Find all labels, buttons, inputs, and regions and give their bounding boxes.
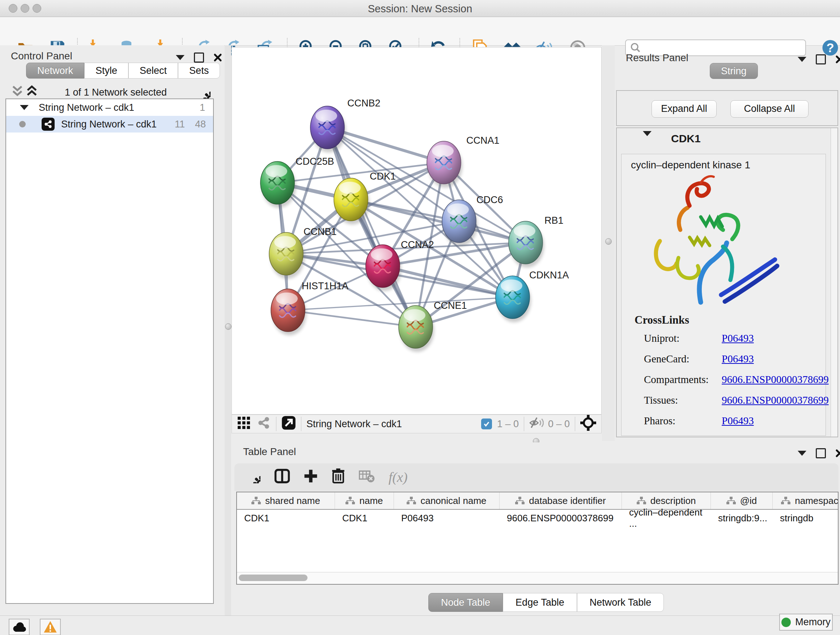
panel-menu-icon[interactable] xyxy=(176,55,185,60)
table-tabs: Node TableEdge TableNetwork Table xyxy=(428,593,664,612)
selected-checkbox-icon[interactable] xyxy=(481,418,492,429)
crosslink-link[interactable]: P06493 xyxy=(722,353,754,365)
panel-menu-icon[interactable] xyxy=(798,451,806,456)
crosslinks-title: CrossLinks xyxy=(635,314,689,326)
left-divider-handle[interactable] xyxy=(225,323,232,330)
tab-edge-table[interactable]: Edge Table xyxy=(503,593,577,612)
table-row[interactable]: CDK1CDK1P064939606.ENSP00000378699cyclin… xyxy=(237,510,838,526)
main-toolbar xyxy=(0,17,840,46)
column-header-namespace[interactable]: namespace xyxy=(773,492,838,509)
grid-view-icon[interactable] xyxy=(238,417,250,432)
expand-all-button[interactable]: Expand All xyxy=(652,100,717,118)
tab-select[interactable]: Select xyxy=(128,63,178,79)
table-cell[interactable]: CDK1 xyxy=(335,510,394,526)
network-name: String Network – cdk1 xyxy=(61,119,156,130)
open-in-window-icon[interactable] xyxy=(281,416,296,432)
results-buttons-box: Expand All Collapse All xyxy=(616,90,838,126)
string-network-graph[interactable]: CCNB2CCNA1CDC25BCDK1CDC6RB1CCNB1CCNA2CDK… xyxy=(232,47,602,415)
warnings-button[interactable] xyxy=(40,619,61,635)
cytoscape-window: Session: New Session Control Panel xyxy=(0,0,840,635)
shared-column-icon xyxy=(407,497,416,505)
node-table: shared namenamecanonical namedatabase id… xyxy=(236,492,838,585)
right-divider-handle[interactable] xyxy=(605,238,612,245)
table-cell[interactable]: CDK1 xyxy=(237,510,335,526)
table-gear-icon[interactable] xyxy=(246,469,261,486)
crosslink-label: Pharos: xyxy=(644,415,722,427)
table-cell[interactable]: cyclin–dependent ... xyxy=(622,510,711,526)
columns-icon[interactable] xyxy=(274,469,290,486)
control-panel-title: Control Panel xyxy=(11,50,73,62)
tab-network[interactable]: Network xyxy=(26,63,84,79)
float-panel-icon[interactable] xyxy=(816,54,826,65)
cloud-icon xyxy=(12,621,27,633)
collapse-all-button[interactable]: Collapse All xyxy=(730,100,808,118)
network-node-CDC25B[interactable]: CDC25B xyxy=(261,156,334,208)
network-edge-count: 48 xyxy=(195,119,206,130)
cloud-button[interactable] xyxy=(9,619,30,635)
network-collection-row[interactable]: String Network – cdk1 1 xyxy=(6,99,213,116)
close-panel-icon[interactable] xyxy=(213,53,222,62)
collapse-node-icon[interactable] xyxy=(643,136,652,147)
memory-button[interactable]: Memory xyxy=(779,614,833,631)
shared-column-icon xyxy=(251,497,261,505)
table-panel-title: Table Panel xyxy=(243,446,296,458)
tab-network-table[interactable]: Network Table xyxy=(577,593,664,612)
network-node-RB1[interactable]: RB1 xyxy=(508,215,564,268)
column-label: name xyxy=(359,495,383,507)
crosslink-link[interactable]: 9606.ENSP00000378699 xyxy=(722,394,829,406)
panel-menu-icon[interactable] xyxy=(798,57,806,62)
crosslink-link[interactable]: 9606.ENSP00000378699 xyxy=(722,374,829,386)
results-panel-title: Results Panel xyxy=(626,52,688,64)
column-header-name[interactable]: name xyxy=(335,492,394,509)
table-cell[interactable]: stringdb xyxy=(773,510,838,526)
delete-column-icon[interactable] xyxy=(332,469,345,486)
network-node-CCNE1[interactable]: CCNE1 xyxy=(399,300,467,352)
float-panel-icon[interactable] xyxy=(816,448,826,458)
column-header-canonical-name[interactable]: canonical name xyxy=(394,492,500,509)
node-label-CCNB2: CCNB2 xyxy=(347,98,381,109)
tab-sets[interactable]: Sets xyxy=(178,63,220,79)
table-toolbar: f(x) xyxy=(234,463,838,491)
float-panel-icon[interactable] xyxy=(194,52,204,63)
node-label-CCNB1: CCNB1 xyxy=(303,226,337,237)
scrollbar-thumb[interactable] xyxy=(239,575,308,581)
crosslink-label: Tissues: xyxy=(644,394,722,406)
close-panel-icon[interactable] xyxy=(835,55,840,64)
network-view-toolbar: String Network – cdk1 1 – 0 0 – 0 xyxy=(232,415,602,433)
collapse-collection-icon[interactable] xyxy=(20,105,28,110)
netbar-right: 1 – 0 0 – 0 xyxy=(481,415,601,433)
column-label: shared name xyxy=(265,495,320,507)
hidden-eye-icon xyxy=(529,417,544,432)
network-node-CCNA1[interactable]: CCNA1 xyxy=(427,135,500,187)
birdseye-crosshair-icon[interactable] xyxy=(580,415,596,433)
network-node-CDKN1A[interactable]: CDKN1A xyxy=(496,270,569,322)
table-horizontal-scrollbar[interactable] xyxy=(237,572,838,584)
window-title: Session: New Session xyxy=(0,3,840,15)
column-header--id[interactable]: @id xyxy=(711,492,773,509)
column-header-shared-name[interactable]: shared name xyxy=(237,492,335,509)
network-node-CDC6[interactable]: CDC6 xyxy=(442,195,503,246)
table-cell[interactable]: stringdb:9... xyxy=(711,510,773,526)
right-panel-divider[interactable] xyxy=(602,45,615,441)
network-row-selected[interactable]: String Network – cdk1 11 48 xyxy=(6,116,213,133)
close-panel-icon[interactable] xyxy=(835,449,840,458)
column-label: description xyxy=(651,495,696,507)
tab-string[interactable]: String xyxy=(710,63,758,79)
share-view-icon[interactable] xyxy=(256,416,271,432)
results-scrollbar[interactable] xyxy=(831,128,837,437)
control-panel-tabs: NetworkStyleSelectSets xyxy=(26,63,220,79)
tab-node-table[interactable]: Node Table xyxy=(428,593,503,612)
table-panel-header-controls xyxy=(798,448,840,458)
crosslink-link[interactable]: P06493 xyxy=(722,333,754,344)
add-column-icon[interactable] xyxy=(304,469,317,486)
node-label-HIST1H1A: HIST1H1A xyxy=(302,280,348,291)
table-cell[interactable]: 9606.ENSP00000378699 xyxy=(500,510,622,526)
shared-column-icon xyxy=(781,497,790,505)
control-panel-header-controls xyxy=(176,52,222,63)
column-header-database-identifier[interactable]: database identifier xyxy=(500,492,622,509)
tab-style[interactable]: Style xyxy=(84,63,128,79)
table-cell[interactable]: P06493 xyxy=(394,510,500,526)
left-panel-divider[interactable] xyxy=(225,45,231,616)
title-bar: Session: New Session xyxy=(0,0,840,17)
crosslink-link[interactable]: P06493 xyxy=(722,415,754,427)
